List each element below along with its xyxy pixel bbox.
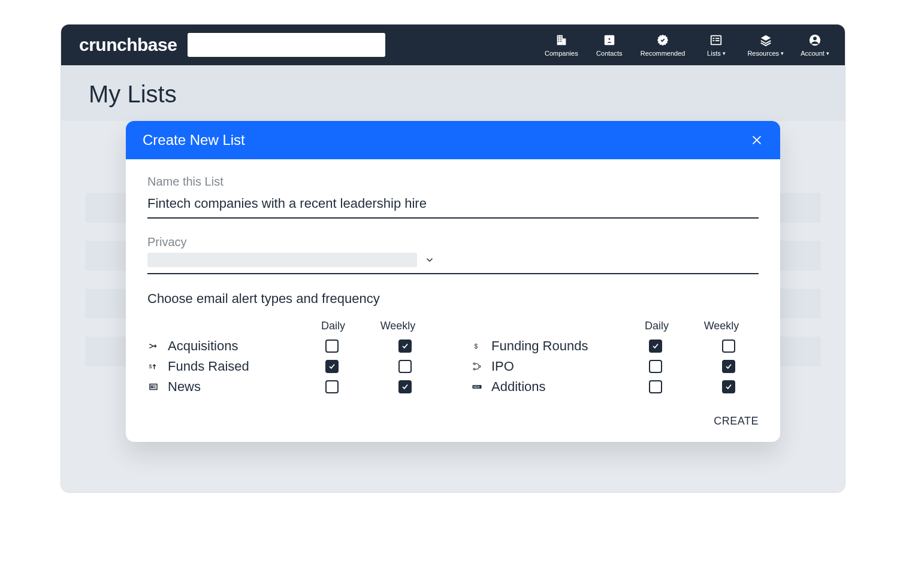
chevron-down-icon[interactable] <box>424 254 435 265</box>
alert-row-ipo: IPO <box>471 359 759 374</box>
privacy-label: Privacy <box>147 235 759 249</box>
dollar-icon: $ <box>471 340 483 352</box>
svg-rect-3 <box>560 37 561 38</box>
checkbox-funds-raised-daily[interactable] <box>325 360 339 373</box>
layers-icon <box>759 33 773 47</box>
svg-rect-5 <box>560 38 561 40</box>
privacy-select[interactable] <box>147 253 417 267</box>
checkbox-acquisitions-daily[interactable] <box>325 340 339 353</box>
svg-rect-13 <box>713 40 715 41</box>
alert-row-additions: NEW Additions <box>471 379 759 395</box>
alert-label: IPO <box>491 359 629 374</box>
checkbox-acquisitions-weekly[interactable] <box>398 340 412 353</box>
new-badge-icon: NEW <box>471 381 483 393</box>
svg-rect-4 <box>558 38 559 40</box>
nav-label: Contacts <box>596 50 622 57</box>
alerts-section-title: Choose email alert types and frequency <box>147 291 759 307</box>
alert-row-news: News <box>147 379 435 395</box>
nav-label: Companies <box>545 50 578 57</box>
svg-point-21 <box>473 368 475 370</box>
svg-rect-1 <box>563 38 566 45</box>
svg-rect-2 <box>558 37 559 38</box>
svg-text:NEW: NEW <box>473 386 480 389</box>
chevron-down-icon: ▾ <box>723 50 726 56</box>
building-icon <box>554 33 569 47</box>
checkbox-additions-daily[interactable] <box>649 380 662 393</box>
checkbox-news-daily[interactable] <box>325 380 339 393</box>
checkbox-news-weekly[interactable] <box>398 380 412 393</box>
verified-icon <box>656 33 670 47</box>
nav-account[interactable]: Account▾ <box>798 33 832 57</box>
alert-row-funding-rounds: $ Funding Rounds <box>471 338 759 354</box>
nav-label: Account▾ <box>801 50 829 57</box>
svg-rect-11 <box>713 38 715 39</box>
content-area: Create New List Name this List Privacy <box>61 121 845 492</box>
nav-recommended[interactable]: Recommended <box>641 33 685 57</box>
network-icon <box>471 360 483 372</box>
modal-header: Create New List <box>126 121 780 159</box>
alerts-grid: Daily Weekly Acquisitions $ Funds Raised <box>147 320 759 399</box>
svg-rect-7 <box>560 41 561 42</box>
news-icon <box>147 381 159 393</box>
alert-label: Additions <box>491 379 629 395</box>
contact-card-icon <box>602 33 617 47</box>
alerts-col-right: Daily Weekly $ Funding Rounds IPO <box>471 320 759 399</box>
page-header: My Lists <box>61 65 845 121</box>
list-name-input[interactable] <box>147 192 759 219</box>
svg-text:$: $ <box>149 363 152 369</box>
create-list-modal: Create New List Name this List Privacy <box>126 121 780 442</box>
col-weekly: Weekly <box>703 320 739 332</box>
topbar: crunchbase Companies Contacts Recomm <box>61 25 845 65</box>
col-weekly: Weekly <box>380 320 416 332</box>
modal-footer: CREATE <box>126 410 780 442</box>
chevron-down-icon: ▾ <box>781 50 784 56</box>
account-icon <box>808 33 822 47</box>
alert-label: Acquisitions <box>168 338 306 354</box>
svg-point-20 <box>473 363 475 365</box>
alerts-col-left: Daily Weekly Acquisitions $ Funds Raised <box>147 320 435 399</box>
svg-point-16 <box>813 37 817 40</box>
alert-label: News <box>168 379 306 395</box>
col-daily: Daily <box>639 320 675 332</box>
nav-items: Companies Contacts Recommended Lists▾ <box>545 33 832 57</box>
svg-rect-6 <box>558 41 559 42</box>
nav-resources[interactable]: Resources▾ <box>747 33 784 57</box>
nav-label: Recommended <box>641 50 685 57</box>
svg-point-9 <box>608 38 611 41</box>
alert-row-funds-raised: $ Funds Raised <box>147 359 435 374</box>
svg-rect-14 <box>716 40 720 41</box>
checkbox-funding-rounds-weekly[interactable] <box>722 340 735 353</box>
checkbox-ipo-daily[interactable] <box>649 360 662 373</box>
checkbox-additions-weekly[interactable] <box>722 380 735 393</box>
alert-label: Funds Raised <box>168 359 306 374</box>
merge-icon <box>147 340 159 352</box>
modal-body: Name this List Privacy Choose email aler… <box>126 159 780 410</box>
app-window: crunchbase Companies Contacts Recomm <box>61 24 845 493</box>
privacy-field: Privacy <box>147 235 759 274</box>
page-title: My Lists <box>89 81 817 108</box>
name-field: Name this List <box>147 175 759 219</box>
nav-companies[interactable]: Companies <box>545 33 578 57</box>
close-button[interactable] <box>750 134 763 147</box>
name-label: Name this List <box>147 175 759 189</box>
list-icon <box>709 33 723 47</box>
checkbox-funding-rounds-daily[interactable] <box>649 340 662 353</box>
checkbox-funds-raised-weekly[interactable] <box>398 360 412 373</box>
modal-title: Create New List <box>143 132 245 148</box>
nav-label: Lists▾ <box>707 50 726 57</box>
svg-rect-0 <box>557 35 562 46</box>
dollar-up-icon: $ <box>147 360 159 372</box>
col-daily: Daily <box>315 320 351 332</box>
svg-rect-12 <box>716 38 720 39</box>
nav-contacts[interactable]: Contacts <box>593 33 626 57</box>
search-input[interactable] <box>188 33 385 57</box>
alert-label: Funding Rounds <box>491 338 629 354</box>
checkbox-ipo-weekly[interactable] <box>722 360 735 373</box>
logo: crunchbase <box>79 35 177 55</box>
create-button[interactable]: CREATE <box>714 415 759 428</box>
alert-row-acquisitions: Acquisitions <box>147 338 435 354</box>
nav-label: Resources▾ <box>747 50 784 57</box>
chevron-down-icon: ▾ <box>826 50 829 56</box>
svg-point-22 <box>479 366 481 368</box>
nav-lists[interactable]: Lists▾ <box>699 33 733 57</box>
